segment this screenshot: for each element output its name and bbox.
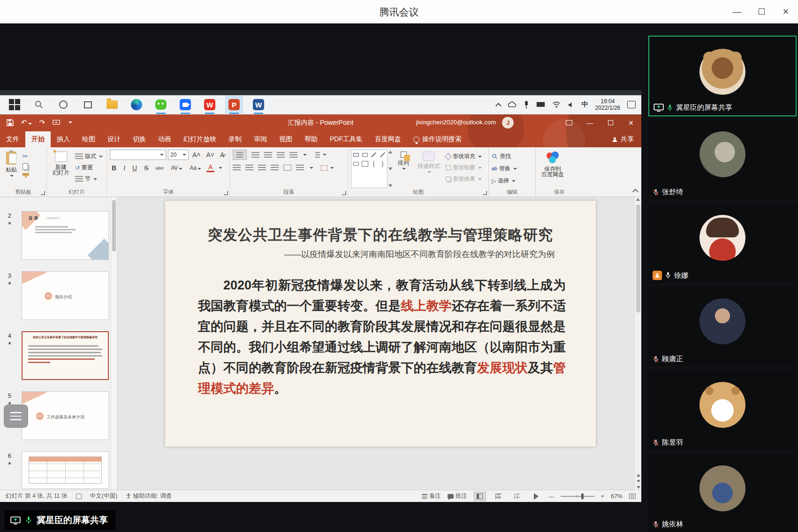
meeting-panel-handle[interactable] [4,404,28,428]
reset-button[interactable]: ↺重置 [75,164,103,172]
tab-transitions[interactable]: 切换 [127,131,152,147]
underline-button[interactable]: U [130,164,139,172]
character-spacing-button[interactable]: AV [169,164,184,172]
next-slide-button[interactable] [637,480,640,483]
tab-design[interactable]: 设计 [101,131,127,147]
collapse-ribbon-button[interactable] [632,189,638,195]
font-color-button[interactable]: A [206,164,214,172]
display-tray-icon[interactable] [536,101,545,108]
save-to-baidu-button[interactable]: 保存到百度网盘 [539,150,567,188]
tab-home[interactable]: 开始 [25,131,51,147]
ppt-close-button[interactable]: × [621,114,641,131]
tab-record[interactable]: 录制 [222,131,248,147]
line-spacing-button[interactable] [289,152,297,158]
shapes-gallery[interactable]: {} [351,150,388,188]
powerpoint-button[interactable]: P [228,99,240,111]
onedrive-cloud-icon[interactable] [508,101,517,108]
align-text-button[interactable] [296,165,304,171]
zoom-slider[interactable] [561,496,594,497]
volume-icon[interactable] [568,101,575,108]
change-case-button[interactable]: Aa [188,164,203,172]
smartart-convert-button[interactable] [321,165,334,171]
line-spacing-caret[interactable] [303,154,307,156]
thumbnail-item-4-selected[interactable]: 4★ 突发公共卫生事件背景下的在线教学与管理策略研究 [0,331,117,382]
layout-button[interactable]: 版式 [75,152,103,160]
font-size-combo[interactable]: 20 [168,150,189,160]
zoom-out-button[interactable]: — [549,494,554,499]
font-color-caret[interactable] [219,167,222,169]
scroll-up-arrow[interactable] [636,198,640,201]
reading-view-button[interactable] [511,492,524,501]
cut-button[interactable]: ✂ [23,152,29,160]
align-text-caret[interactable] [310,167,313,169]
shape-outline-button[interactable]: 形状轮廓 [446,164,482,172]
maximize-button[interactable] [749,0,774,23]
participant-tile-6[interactable]: 姚依林 [648,453,797,532]
shapes-scroll-down[interactable] [388,167,392,170]
clipboard-dialog-launcher[interactable] [41,191,45,195]
font-name-combo[interactable] [110,150,166,160]
paste-button[interactable]: 粘贴 [3,150,20,188]
participant-tile-3[interactable]: 徐娜 [648,203,797,283]
thumbnail-6[interactable] [22,451,109,489]
slide-canvas[interactable]: 突发公共卫生事件背景下的在线教学与管理策略研究 ——以疫情爆发以来河南南阳地区不… [165,201,596,447]
wifi-icon[interactable] [552,101,561,108]
zoom-slider-thumb[interactable] [581,494,584,499]
tencent-meeting-button[interactable] [179,99,191,111]
tab-review[interactable]: 审阅 [248,131,273,147]
ppt-minimize-button[interactable]: — [579,114,600,131]
decrease-indent-button[interactable] [264,152,272,158]
thumbnail-3[interactable]: 01 项目介绍 [22,271,109,320]
tab-view[interactable]: 视图 [273,131,298,147]
previous-slide-button[interactable] [637,474,640,477]
quick-styles-button[interactable]: 快速样式 [415,150,443,188]
input-method-indicator[interactable]: 中 [582,100,588,109]
mic-tray-icon[interactable] [524,101,529,109]
tab-help[interactable]: 帮助 [298,131,324,147]
account-email[interactable]: jixingchen2020@outlook.com [416,119,496,126]
close-button[interactable]: × [774,0,798,23]
tab-insert[interactable]: 插入 [51,131,76,147]
slide-counter[interactable]: 幻灯片 第 4 张, 共 11 张 [6,492,68,500]
word-button[interactable]: W [252,99,265,111]
justify-button[interactable] [271,165,279,171]
format-painter-button[interactable] [23,173,29,178]
normal-view-button[interactable] [474,492,486,501]
new-slide-button[interactable]: 新建幻灯片 [50,150,72,188]
share-button[interactable]: 共享 [604,131,641,147]
drawing-dialog-launcher[interactable] [483,191,487,195]
clear-format-button[interactable]: A̷ [218,151,226,159]
tell-me-search[interactable]: 操作说明搜索 [407,131,468,147]
language-indicator[interactable]: 中文(中国) [90,492,117,500]
tray-clock[interactable]: 19:04 2022/1/26 [595,98,620,111]
file-explorer-button[interactable] [106,99,118,111]
accessibility-status[interactable]: 辅助功能: 调查 [126,492,172,500]
participant-tile-1[interactable]: 冀星臣的屏幕共享 [648,36,797,116]
participant-tile-2[interactable]: 张舒绮 [648,119,797,200]
participant-tile-5[interactable]: 陈昱羽 [648,370,797,450]
thumbnail-4[interactable]: 突发公共卫生事件背景下的在线教学与管理策略研究 [22,331,109,380]
cortana-button[interactable] [57,99,69,111]
shapes-more[interactable] [388,184,392,187]
thumbnail-item-3[interactable]: 3★ 01 项目介绍 [0,271,117,322]
thumbnail-2[interactable]: 目 录 CONTENTS [22,211,109,260]
section-button[interactable]: 节 [75,175,103,183]
shrink-font-button[interactable]: A˅ [205,151,217,159]
align-left-button[interactable] [233,165,241,171]
wechat-button[interactable] [155,99,167,111]
numbering-button[interactable] [251,152,259,158]
scroll-thumb[interactable] [636,205,640,312]
comments-button[interactable]: 批注 [448,492,467,500]
bullets-button[interactable] [233,150,247,160]
wps-button[interactable]: W [204,99,216,111]
tray-expand-icon[interactable] [495,103,502,109]
shape-effects-button[interactable]: 形状效果 [446,175,482,183]
display-settings-icon[interactable] [76,494,82,499]
font-dialog-launcher[interactable] [224,191,228,195]
select-button[interactable]: ▷选择 [492,177,517,185]
italic-button[interactable]: I [122,164,127,172]
columns-button[interactable] [283,165,291,171]
shape-fill-button[interactable]: 形状填充 [446,152,482,160]
ppt-restore-button[interactable] [600,114,621,131]
ribbon-display-options[interactable] [559,114,579,131]
